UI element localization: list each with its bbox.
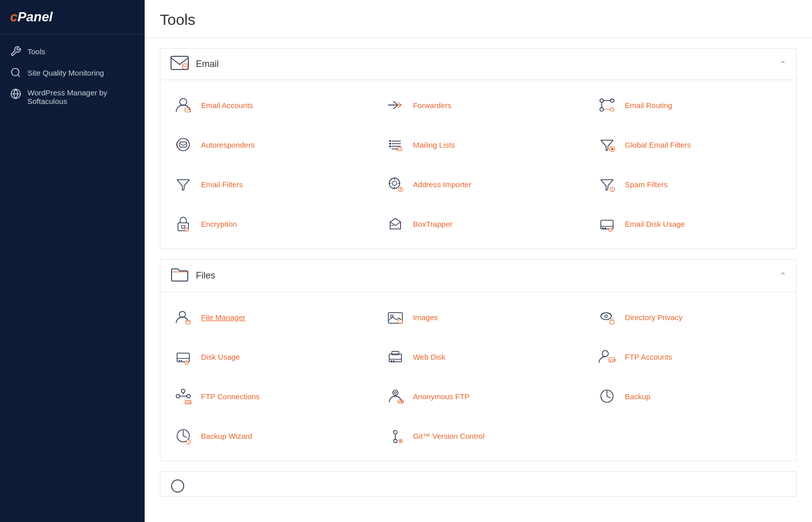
tool-directory-privacy[interactable]: Directory Privacy	[584, 297, 796, 337]
svg-point-20	[389, 140, 391, 142]
images-label: Images	[413, 313, 438, 322]
encryption-label: Encryption	[201, 220, 237, 228]
cpanel-logo: cPanel	[10, 9, 134, 25]
tool-global-email-filters[interactable]: Global Email Filters	[584, 125, 796, 164]
email-filters-label: Email Filters	[201, 180, 243, 189]
directory-privacy-label: Directory Privacy	[625, 313, 682, 322]
page-title: Tools	[160, 11, 797, 28]
svg-point-27	[392, 181, 397, 186]
next-section-header[interactable]	[160, 472, 796, 497]
tool-ftp-accounts[interactable]: FTP FTP Accounts	[584, 337, 796, 376]
tool-boxtrapper[interactable]: BoxTrapper	[373, 204, 585, 243]
tool-email-accounts[interactable]: Email Accounts	[160, 85, 373, 125]
svg-rect-4	[183, 64, 188, 69]
tool-disk-usage[interactable]: Disk Usage	[160, 337, 373, 376]
svg-line-1	[18, 75, 20, 77]
file-manager-label: File Manager	[201, 313, 246, 322]
sidebar-navigation: Tools Site Quality Monitoring WordPress …	[0, 34, 145, 117]
web-disk-label: Web Disk	[413, 353, 446, 361]
sidebar: cPanel Tools Site Quality Monitoring	[0, 0, 145, 522]
tool-autoresponders[interactable]: Autoresponders	[160, 125, 373, 164]
tool-file-manager[interactable]: File Manager	[160, 297, 373, 337]
ftp-accounts-icon: FTP	[596, 346, 618, 367]
ftp-connections-label: FTP Connections	[201, 392, 260, 401]
files-section-chevron: ⌃	[780, 271, 786, 281]
file-manager-icon	[173, 306, 194, 328]
tool-email-disk-usage[interactable]: Email Disk Usage	[584, 204, 796, 243]
main-header: Tools	[145, 0, 812, 38]
tool-spam-filters[interactable]: Spam Filters	[584, 164, 796, 204]
svg-point-25	[611, 148, 614, 150]
email-section-icon	[171, 56, 189, 73]
svg-point-14	[177, 138, 189, 151]
email-disk-usage-label: Email Disk Usage	[625, 220, 685, 228]
svg-point-5	[180, 98, 187, 106]
encryption-icon	[173, 213, 194, 234]
directory-privacy-icon	[596, 306, 618, 328]
svg-rect-47	[610, 321, 615, 324]
svg-point-62	[187, 395, 190, 398]
main-sections: Email ⌃ Email Accounts	[145, 48, 812, 512]
spam-filters-label: Spam Filters	[625, 180, 667, 189]
svg-point-63	[182, 389, 185, 393]
address-importer-icon	[385, 173, 406, 195]
email-routing-icon	[596, 94, 618, 116]
sidebar-item-wordpress[interactable]: WordPress Manager by Softaculous	[0, 83, 145, 111]
email-section-header[interactable]: Email ⌃	[160, 49, 796, 80]
tool-encryption[interactable]: Encryption	[160, 204, 373, 243]
autoresponders-icon	[173, 134, 194, 155]
tool-web-disk[interactable]: Web Disk	[373, 337, 585, 376]
tool-mailing-lists[interactable]: Mailing Lists	[373, 125, 585, 164]
svg-point-22	[389, 146, 391, 147]
svg-point-45	[601, 312, 612, 320]
anonymous-ftp-icon: FTP	[385, 386, 406, 407]
tool-forwarders[interactable]: Forwarders	[373, 85, 585, 125]
boxtrapper-icon	[385, 213, 406, 234]
tool-backup[interactable]: Backup	[584, 376, 796, 416]
search-icon	[10, 67, 21, 78]
sidebar-item-tools[interactable]: Tools	[0, 41, 145, 62]
global-email-filters-label: Global Email Filters	[625, 141, 691, 149]
svg-point-51	[181, 360, 182, 361]
files-section-header[interactable]: Files ⌃	[160, 260, 796, 292]
files-section-icon	[171, 267, 189, 285]
svg-point-80	[172, 480, 184, 492]
svg-point-9	[600, 108, 604, 111]
svg-rect-33	[182, 225, 185, 228]
tool-backup-wizard[interactable]: Backup Wizard	[160, 416, 373, 456]
files-section-label: Files	[196, 270, 215, 281]
sidebar-logo: cPanel	[0, 0, 145, 34]
email-section-title-group: Email	[171, 56, 219, 73]
sidebar-item-site-quality[interactable]: Site Quality Monitoring	[0, 62, 145, 83]
email-section: Email ⌃ Email Accounts	[160, 48, 797, 249]
svg-point-0	[12, 68, 19, 76]
spam-filters-icon	[596, 173, 618, 195]
svg-point-21	[389, 143, 391, 145]
tool-address-importer[interactable]: Address Importer	[373, 164, 585, 204]
files-section-title-group: Files	[171, 267, 215, 285]
svg-point-40	[179, 311, 185, 318]
tool-email-routing[interactable]: Email Routing	[584, 85, 796, 125]
email-accounts-icon	[173, 94, 194, 116]
tool-git-version-control[interactable]: Git™ Version Control	[373, 416, 585, 456]
tool-ftp-connections[interactable]: FTP FTP Connections	[160, 376, 373, 416]
mailing-lists-icon	[385, 134, 406, 155]
tool-anonymous-ftp[interactable]: FTP Anonymous FTP	[373, 376, 585, 416]
next-section-icon	[171, 479, 185, 496]
svg-point-75	[393, 431, 397, 434]
autoresponders-label: Autoresponders	[201, 141, 255, 149]
sidebar-item-wordpress-label: WordPress Manager by Softaculous	[27, 88, 134, 106]
email-section-chevron: ⌃	[780, 59, 786, 69]
email-section-label: Email	[196, 59, 219, 69]
svg-point-57	[393, 360, 394, 362]
svg-point-31	[612, 190, 613, 191]
email-tools-grid: Email Accounts Forwarders	[160, 80, 796, 249]
tool-email-filters[interactable]: Email Filters	[160, 164, 373, 204]
global-email-filters-icon	[596, 134, 618, 155]
tools-icon	[10, 46, 21, 57]
web-disk-icon	[385, 346, 406, 367]
tool-images[interactable]: Images	[373, 297, 585, 337]
svg-point-7	[600, 99, 604, 102]
backup-label: Backup	[625, 392, 650, 401]
git-icon	[385, 425, 406, 446]
